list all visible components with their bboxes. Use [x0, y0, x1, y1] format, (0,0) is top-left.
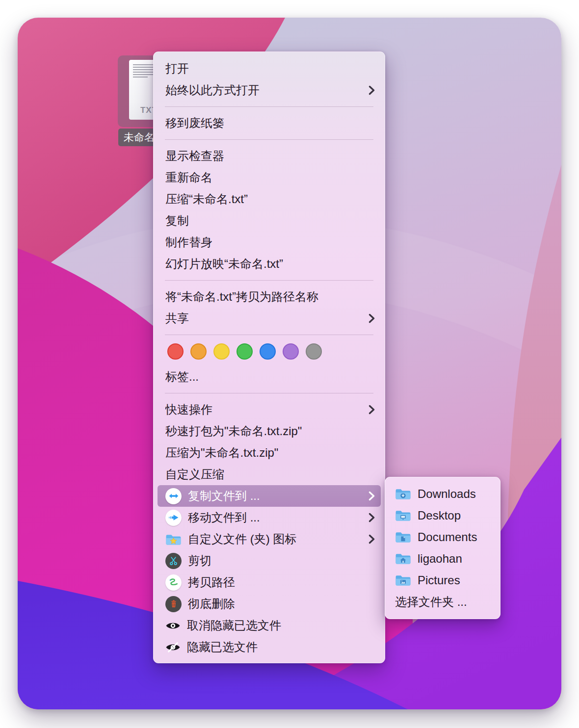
menu-item-label: 重新命名	[165, 170, 212, 185]
copy-file-icon	[165, 488, 182, 504]
menu-item-label: 始终以此方式打开	[165, 82, 260, 98]
submenu-item[interactable]: Pictures	[385, 570, 500, 591]
menu-item[interactable]: 显示检查器	[154, 145, 385, 167]
menu-item[interactable]: 彻底删除	[154, 593, 385, 615]
menu-item-label: 显示检查器	[165, 148, 224, 164]
menu-item[interactable]: 始终以此方式打开	[154, 79, 385, 101]
menu-item-label: 移动文件到 ...	[188, 510, 260, 525]
submenu-item-label: Downloads	[418, 487, 476, 501]
menu-item[interactable]: 自定义文件 (夹) 图标	[154, 528, 385, 550]
menu-item-label: 自定义压缩	[165, 467, 224, 482]
pictures-folder-icon	[395, 574, 411, 587]
menu-item-label: 自定义文件 (夹) 图标	[188, 531, 296, 547]
blue-tag-dot[interactable]	[260, 343, 276, 360]
context-menu: 打开始终以此方式打开移到废纸篓显示检查器重新命名压缩“未命名.txt”复制制作替…	[153, 52, 385, 663]
menu-item-label: 压缩为"未命名.txt.zip"	[165, 445, 278, 461]
copy-path-icon	[165, 574, 182, 591]
desktop-folder-icon	[395, 509, 411, 522]
menu-item-label: 复制	[165, 213, 189, 229]
menu-item[interactable]: 取消隐藏已选文件	[154, 615, 385, 636]
menu-item-label: 复制文件到 ...	[188, 488, 260, 504]
menu-item[interactable]: 将“未命名.txt”拷贝为路径名称	[154, 286, 385, 308]
yellow-tag-dot[interactable]	[213, 343, 230, 360]
custom-folder-icon	[165, 533, 182, 546]
submenu-item-label: Documents	[418, 530, 477, 544]
submenu-item[interactable]: Downloads	[385, 483, 500, 505]
chevron-right-icon	[368, 491, 375, 501]
menu-item-label: 秒速打包为"未命名.txt.zip"	[165, 423, 302, 439]
purple-tag-dot[interactable]	[283, 343, 299, 360]
chevron-right-icon	[368, 534, 375, 544]
menu-item[interactable]: 共享	[154, 308, 385, 329]
menu-item[interactable]: 复制	[154, 210, 385, 232]
home-folder-icon	[395, 552, 411, 565]
menu-item[interactable]: 幻灯片放映“未命名.txt”	[154, 253, 385, 275]
menu-item-highlighted[interactable]: 复制文件到 ...	[158, 485, 381, 507]
menu-item[interactable]: 隐藏已选文件	[154, 636, 385, 658]
submenu-item[interactable]: Desktop	[385, 505, 500, 526]
submenu-item[interactable]: Documents	[385, 526, 500, 548]
menu-item-label: 压缩“未命名.txt”	[165, 191, 248, 207]
menu-separator	[165, 139, 373, 140]
menu-item-label: 剪切	[188, 553, 211, 569]
menu-item[interactable]: 制作替身	[154, 232, 385, 253]
menu-item[interactable]: 剪切	[154, 550, 385, 572]
move-file-icon	[165, 510, 182, 526]
submenu-item-label: ligaohan	[418, 552, 462, 566]
menu-separator	[165, 280, 373, 281]
menu-item[interactable]: 打开	[154, 58, 385, 79]
menu-item[interactable]: 自定义压缩	[154, 464, 385, 485]
delete-icon	[165, 596, 182, 612]
downloads-folder-icon	[395, 488, 411, 500]
menu-item-label: 隐藏已选文件	[187, 639, 258, 655]
menu-item-label: 标签...	[165, 369, 199, 385]
tag-color-dots-row	[154, 340, 385, 362]
chevron-right-icon	[368, 405, 375, 415]
submenu-item-label: Desktop	[418, 509, 461, 522]
menu-item-label: 幻灯片放映“未命名.txt”	[165, 256, 283, 272]
chevron-right-icon	[368, 85, 375, 95]
submenu-item-label: Pictures	[418, 573, 460, 587]
green-tag-dot[interactable]	[237, 343, 253, 360]
menu-item[interactable]: 压缩“未命名.txt”	[154, 188, 385, 210]
orange-tag-dot[interactable]	[190, 343, 207, 360]
menu-item[interactable]: 重新命名	[154, 167, 385, 188]
menu-item[interactable]: 快速操作	[154, 399, 385, 420]
unhide-icon	[165, 620, 181, 631]
gray-tag-dot[interactable]	[306, 343, 322, 360]
chevron-right-icon	[368, 513, 375, 522]
menu-separator	[165, 393, 373, 393]
menu-item[interactable]: 标签...	[154, 366, 385, 388]
menu-item-label: 制作替身	[165, 234, 212, 250]
menu-item[interactable]: 压缩为"未命名.txt.zip"	[154, 442, 385, 464]
menu-item-label: 打开	[165, 61, 189, 77]
menu-separator	[165, 335, 373, 335]
menu-item-label: 移到废纸篓	[165, 115, 224, 131]
hide-icon	[165, 642, 181, 653]
menu-item[interactable]: 拷贝路径	[154, 572, 385, 593]
copy-to-submenu: Downloads Desktop Documents ligaohan Pic…	[385, 477, 500, 619]
menu-item-label: 取消隐藏已选文件	[187, 618, 281, 633]
submenu-item-label: 选择文件夹 ...	[395, 594, 467, 610]
menu-item[interactable]: 移动文件到 ...	[154, 507, 385, 528]
menu-item-label: 彻底删除	[188, 596, 235, 612]
menu-item[interactable]: 移到废纸篓	[154, 112, 385, 134]
documents-folder-icon	[395, 531, 411, 544]
menu-item-label: 共享	[165, 311, 189, 326]
menu-item-label: 快速操作	[165, 402, 212, 417]
submenu-item[interactable]: 选择文件夹 ...	[385, 591, 500, 613]
menu-item-label: 拷贝路径	[188, 574, 235, 590]
submenu-item[interactable]: ligaohan	[385, 548, 500, 570]
menu-item-label: 将“未命名.txt”拷贝为路径名称	[165, 289, 318, 305]
red-tag-dot[interactable]	[167, 343, 184, 360]
cut-icon	[165, 553, 182, 569]
menu-item[interactable]: 秒速打包为"未命名.txt.zip"	[154, 420, 385, 442]
chevron-right-icon	[368, 313, 375, 323]
menu-separator	[165, 106, 373, 107]
